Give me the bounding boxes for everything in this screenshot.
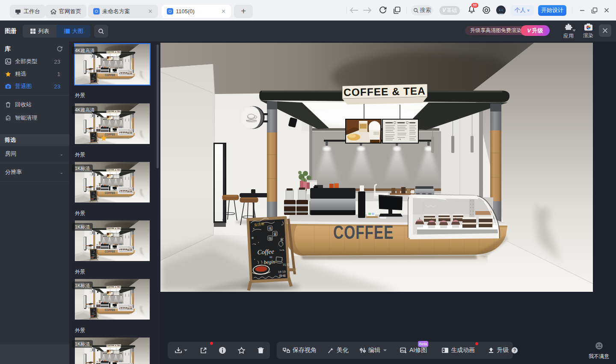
svg-text:?: ? xyxy=(513,348,516,353)
